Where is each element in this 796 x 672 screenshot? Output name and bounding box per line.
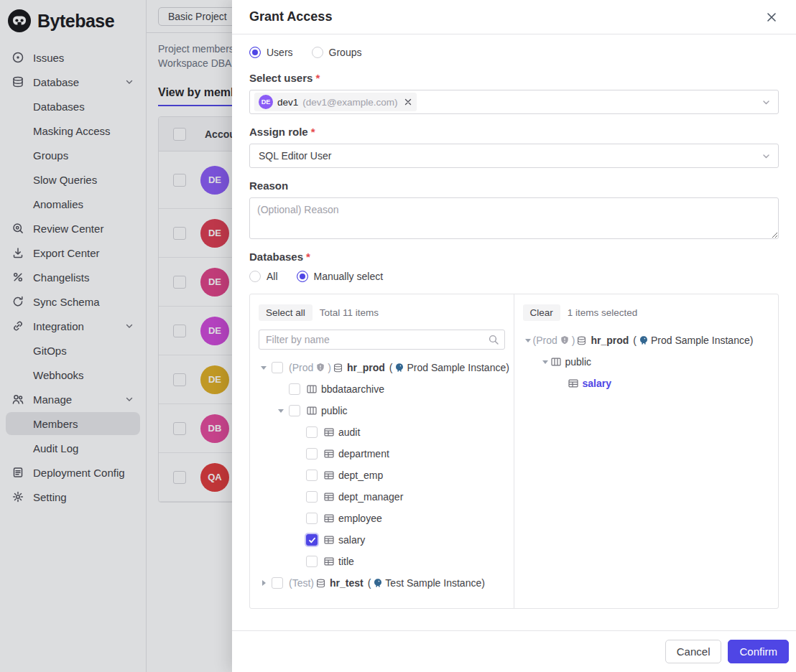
required-asterisk: * (306, 251, 310, 263)
tree-node-label: salary (583, 378, 611, 389)
checkbox[interactable] (306, 470, 318, 481)
tree-node-label: title (338, 556, 354, 567)
confirm-button[interactable]: Confirm (728, 640, 789, 663)
radio-all-databases[interactable]: All (249, 271, 278, 282)
tree-node-public[interactable]: public (259, 400, 505, 421)
tree-node-public[interactable]: public (523, 351, 770, 373)
table-icon (323, 556, 335, 567)
modal-title: Grant Access (249, 9, 332, 24)
radio-groups[interactable]: Groups (312, 47, 362, 58)
checkbox[interactable] (272, 362, 283, 373)
filter-by-name-input[interactable] (259, 330, 505, 350)
tree-node-hr_prod[interactable]: (Prod )hr_prod(Prod Sample Instance) (523, 330, 770, 351)
tree-node-dept_manager[interactable]: dept_manager (259, 486, 505, 508)
environment-label: (Prod ) (289, 362, 331, 373)
environment-label: (Prod ) (533, 335, 575, 346)
grant-access-modal: Grant Access Users Groups Select users* (232, 0, 796, 672)
radio-users-label: Users (267, 47, 293, 58)
tree-node-label: salary (338, 534, 365, 546)
postgres-icon (373, 578, 383, 588)
table-icon (568, 378, 579, 389)
tree-node-hr_prod[interactable]: (Prod )hr_prod(Prod Sample Instance) (259, 357, 505, 378)
tree-node-salary[interactable]: salary (259, 529, 505, 551)
caret-right-icon[interactable] (259, 580, 269, 586)
modal-body: Users Groups Select users* DE dev1 (dev1… (232, 34, 796, 630)
radio-selected-icon (297, 271, 308, 282)
tree-node-label: employee (338, 513, 382, 524)
table-icon (323, 470, 335, 481)
instance-label: (Prod Sample Instance) (389, 362, 509, 373)
databases-label: Databases* (249, 251, 779, 263)
table-icon (323, 491, 335, 503)
filter-field (259, 330, 505, 350)
caret-down-icon[interactable] (540, 360, 550, 364)
radio-manually-select-label: Manually select (314, 271, 384, 282)
user-chip-name: dev1 (277, 97, 298, 108)
close-icon[interactable] (763, 9, 780, 26)
database-picker: Select all Total 11 items (Prod )hr_prod… (249, 294, 779, 609)
caret-down-icon[interactable] (523, 339, 533, 342)
tree-node-salary[interactable]: salary (523, 373, 770, 394)
tree-node-label: hr_prod (347, 362, 385, 373)
tree-node-label: public (321, 405, 348, 416)
tree-node-title[interactable]: title (259, 551, 505, 572)
database-picker-selected-panel: Clear 1 items selected (Prod )hr_prod(Pr… (514, 294, 779, 608)
chevron-down-icon (762, 151, 771, 161)
checkbox[interactable] (306, 556, 318, 567)
tree-node-audit[interactable]: audit (259, 421, 505, 443)
database-scope-radios: All Manually select (249, 269, 779, 284)
assign-role-value: SQL Editor User (254, 150, 331, 162)
tree-node-label: dept_manager (338, 491, 403, 503)
tree-node-department[interactable]: department (259, 443, 505, 465)
shield-icon (315, 363, 325, 373)
database-icon (333, 363, 343, 373)
tree-node-label: bbdataarchive (321, 383, 384, 395)
tree-node-hr_test[interactable]: (Test)hr_test(Test Sample Instance) (259, 572, 505, 594)
tree-node-bbdataarchive[interactable]: bbdataarchive (259, 378, 505, 400)
radio-selected-icon (249, 47, 261, 58)
tree-node-label: hr_prod (591, 335, 629, 346)
instance-label: (Prod Sample Instance) (633, 335, 753, 346)
tree-node-dept_emp[interactable]: dept_emp (259, 465, 505, 486)
user-chip-email: (dev1@example.com) (302, 97, 397, 108)
required-asterisk: * (311, 126, 315, 138)
checkbox[interactable] (306, 426, 318, 438)
radio-users[interactable]: Users (249, 47, 293, 58)
postgres-icon (639, 335, 649, 345)
select-all-button[interactable]: Select all (259, 304, 313, 321)
checkbox[interactable] (306, 534, 318, 546)
schema-icon (306, 383, 318, 395)
select-users-label: Select users* (249, 72, 779, 84)
tree-node-employee[interactable]: employee (259, 508, 505, 529)
checkbox[interactable] (306, 513, 318, 524)
assign-role-select[interactable]: SQL Editor User (249, 144, 779, 168)
selected-tree: (Prod )hr_prod(Prod Sample Instance)publ… (523, 330, 770, 394)
total-items-count: Total 11 items (320, 307, 379, 318)
caret-down-icon[interactable] (276, 409, 286, 413)
radio-unselected-icon (312, 47, 323, 58)
table-icon (323, 426, 335, 438)
user-chip: DE dev1 (dev1@example.com) (254, 93, 417, 111)
remove-user-icon[interactable] (404, 98, 412, 106)
tree-node-label: department (338, 448, 389, 459)
checkbox[interactable] (272, 577, 283, 589)
modal-header: Grant Access (232, 0, 796, 34)
database-icon (576, 335, 587, 346)
select-users-input[interactable]: DE dev1 (dev1@example.com) (249, 90, 779, 114)
selected-items-count: 1 items selected (568, 307, 638, 318)
checkbox[interactable] (306, 448, 318, 459)
checkbox[interactable] (289, 405, 300, 416)
assign-role-label: Assign role* (249, 126, 779, 138)
caret-down-icon[interactable] (259, 366, 269, 370)
instance-label: (Test Sample Instance) (368, 577, 485, 589)
checkbox[interactable] (306, 491, 318, 503)
table-icon (323, 534, 335, 546)
postgres-icon (394, 363, 404, 373)
reason-textarea[interactable] (249, 197, 779, 239)
radio-manually-select[interactable]: Manually select (297, 271, 384, 282)
clear-button[interactable]: Clear (523, 304, 560, 321)
cancel-button[interactable]: Cancel (665, 640, 722, 663)
database-icon (315, 578, 326, 589)
checkbox[interactable] (289, 383, 300, 395)
table-icon (323, 513, 335, 524)
